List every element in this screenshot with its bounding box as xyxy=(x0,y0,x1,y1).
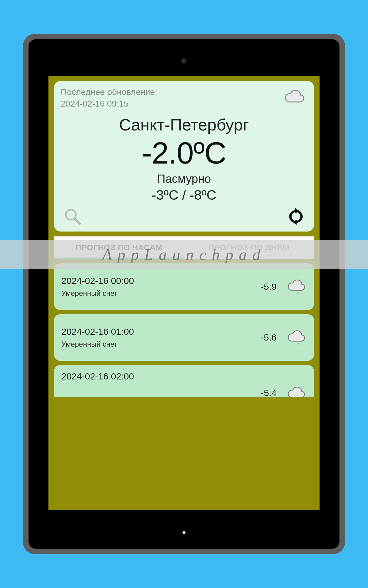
cloud-icon xyxy=(283,88,305,105)
front-camera xyxy=(181,58,187,64)
update-row: Последнее обновление: 2024-02-16 09:15 xyxy=(61,86,307,110)
svg-point-4 xyxy=(297,292,299,293)
hourly-row-text: 2024-02-16 02:00 xyxy=(61,371,261,387)
tablet-bezel: Последнее обновление: 2024-02-16 09:15 С… xyxy=(29,39,339,549)
home-indicator xyxy=(182,531,186,534)
temperature-range: -3ºC / -8ºC xyxy=(61,187,307,203)
hourly-row[interactable]: 2024-02-16 01:00 Умеренный снег -5.6 xyxy=(54,314,314,361)
svg-point-5 xyxy=(297,343,299,344)
hourly-row-text: 2024-02-16 01:00 Умеренный снег xyxy=(61,326,261,349)
current-weather-card: Последнее обновление: 2024-02-16 09:15 С… xyxy=(54,81,314,232)
hourly-temp: -5.6 xyxy=(261,332,277,343)
app-screen: Последнее обновление: 2024-02-16 09:15 С… xyxy=(48,76,320,510)
hourly-row-text: 2024-02-16 00:00 Умеренный снег xyxy=(61,276,261,298)
hourly-condition: Умеренный снег xyxy=(61,289,261,298)
search-icon[interactable] xyxy=(63,207,82,227)
action-row xyxy=(61,206,307,227)
hourly-datetime: 2024-02-16 00:00 xyxy=(61,276,261,286)
cloud-snow-icon xyxy=(285,329,307,346)
svg-line-1 xyxy=(75,218,80,223)
hourly-datetime: 2024-02-16 01:00 xyxy=(61,326,261,337)
hourly-condition: Умеренный снег xyxy=(61,340,261,349)
cloud-snow-icon xyxy=(285,278,307,295)
refresh-icon[interactable] xyxy=(287,208,305,227)
current-temperature: -2.0ºC xyxy=(61,135,307,171)
city-name: Санкт-Петербург xyxy=(61,115,307,134)
last-update-text: Последнее обновление: 2024-02-16 09:15 xyxy=(61,86,157,110)
hourly-row[interactable]: 2024-02-16 00:00 Умеренный снег -5.9 xyxy=(54,263,314,310)
hourly-datetime: 2024-02-16 02:00 xyxy=(61,371,261,382)
hourly-row[interactable]: 2024-02-16 02:00 -5.4 xyxy=(54,365,314,397)
watermark-band: AppLaunchpad xyxy=(0,240,368,269)
cloud-snow-icon xyxy=(285,385,307,397)
hourly-list[interactable]: 2024-02-16 00:00 Умеренный снег -5.9 202… xyxy=(54,263,314,397)
hourly-temp: -5.9 xyxy=(261,281,277,292)
watermark-text: AppLaunchpad xyxy=(102,246,266,264)
last-update-label: Последнее обновление: xyxy=(61,86,157,98)
current-condition: Пасмурно xyxy=(61,172,307,186)
tablet-frame: Последнее обновление: 2024-02-16 09:15 С… xyxy=(23,34,345,554)
hourly-temp: -5.4 xyxy=(261,388,277,397)
last-update-time: 2024-02-16 09:15 xyxy=(61,98,157,110)
